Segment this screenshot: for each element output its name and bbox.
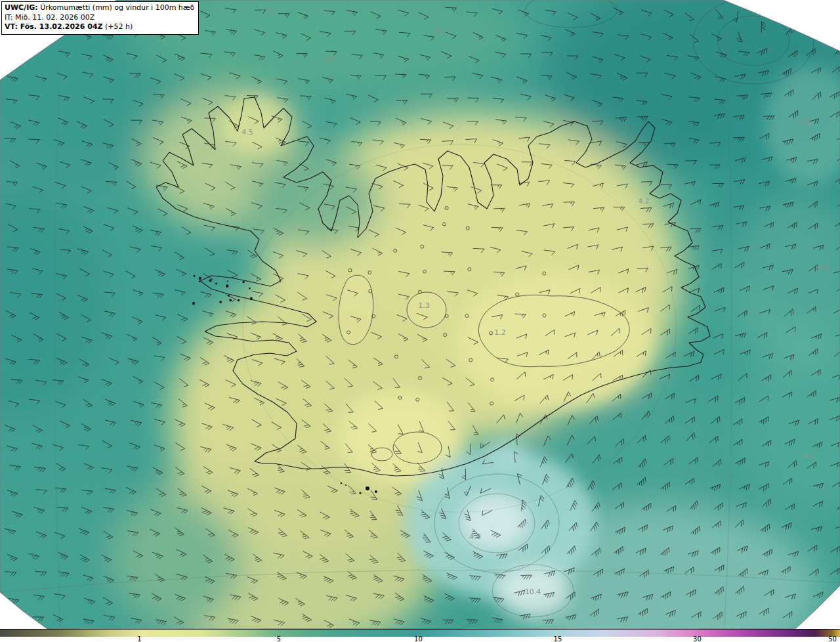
title-box: UWC/IG: Úrkomumætti (mm) og vindur i 100… — [1, 1, 199, 35]
product-description: Úrkomumætti (mm) og vindur i 100m hæð — [38, 3, 195, 12]
value-label: 4.2 — [638, 197, 650, 205]
colorbar-tick-label: 50 — [828, 636, 837, 642]
value-label: 1.3 — [418, 301, 430, 310]
value-label: 1.2 — [494, 328, 506, 337]
colorbar: 1510153050 — [0, 629, 840, 642]
colorbar-tick-label: 10 — [414, 636, 423, 642]
weather-map: 7.16.26.34.57.84.26.31.31.24.34.910.4 — [0, 0, 840, 642]
colorbar-tick-label: 5 — [277, 636, 281, 642]
value-label: 4.5 — [242, 128, 253, 137]
value-label: 4.3 — [803, 452, 814, 460]
valid-time: VT: Fös. 13.02.2026 04Z — [5, 22, 103, 31]
value-label: 6.2 — [435, 28, 447, 36]
value-label: 7.1 — [259, 7, 271, 16]
colorbar-tick-label: 1 — [137, 636, 141, 642]
product-id: UWC/IG: — [5, 3, 38, 12]
value-label: 10.4 — [525, 588, 541, 596]
valid-offset: (+52 h) — [103, 22, 133, 31]
value-label: 7.8 — [799, 118, 811, 127]
colorbar-tick-label: 15 — [554, 636, 562, 642]
value-label: 6.3 — [816, 263, 828, 272]
init-time: IT: Mið. 11. 02. 2026 00Z — [5, 13, 94, 22]
title-line-valid-time: VT: Fös. 13.02.2026 04Z (+52 h) — [5, 22, 194, 32]
title-line-product: UWC/IG: Úrkomumætti (mm) og vindur i 100… — [5, 3, 194, 13]
value-label: 6.3 — [324, 54, 336, 63]
title-line-init-time: IT: Mið. 11. 02. 2026 00Z — [5, 13, 194, 23]
value-label: 4.9 — [469, 532, 481, 541]
colorbar-tick-label: 30 — [693, 636, 702, 642]
